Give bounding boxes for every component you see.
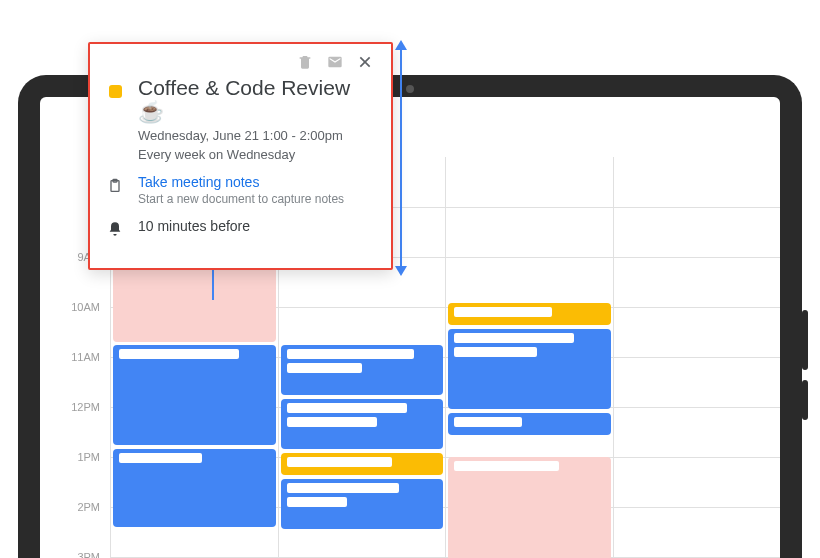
device-side-button-1	[802, 310, 808, 370]
device-side-button-2	[802, 380, 808, 420]
take-notes-link[interactable]: Take meeting notes	[138, 174, 344, 190]
calendar-event[interactable]	[281, 479, 444, 529]
popup-notes-row: Take meeting notes Start a new document …	[106, 174, 375, 206]
calendar-event[interactable]	[448, 457, 611, 558]
popup-action-bar	[106, 54, 375, 76]
calendar-event[interactable]	[113, 345, 276, 445]
event-title: Coffee & Code Review ☕	[138, 76, 375, 124]
calendar-event[interactable]	[448, 413, 611, 435]
popup-reminder-row: 10 minutes before	[106, 218, 375, 237]
event-recurrence: Every week on Wednesday	[138, 147, 375, 162]
time-label-10am: 10AM	[60, 301, 100, 313]
take-notes-sub: Start a new document to capture notes	[138, 192, 344, 206]
delete-icon[interactable]	[297, 54, 313, 70]
calendar-event[interactable]	[281, 399, 444, 449]
close-icon[interactable]	[357, 54, 373, 70]
event-datetime: Wednesday, June 21 1:00 - 2:00pm	[138, 128, 375, 143]
callout-line	[212, 270, 214, 300]
popup-title-row: Coffee & Code Review ☕ Wednesday, June 2…	[106, 76, 375, 162]
calendar-event[interactable]	[113, 449, 276, 527]
reminder-text: 10 minutes before	[138, 218, 250, 234]
day-column-3[interactable]	[445, 157, 613, 558]
event-detail-popup: Coffee & Code Review ☕ Wednesday, June 2…	[88, 42, 393, 270]
time-label-1pm: 1PM	[60, 451, 100, 463]
calendar-event[interactable]	[448, 329, 611, 409]
time-label-2pm: 2PM	[60, 501, 100, 513]
time-label-11am: 11AM	[60, 351, 100, 363]
email-icon[interactable]	[327, 54, 343, 70]
day-column-4[interactable]	[613, 157, 781, 558]
calendar-event[interactable]	[281, 453, 444, 475]
bell-icon	[107, 221, 123, 237]
event-color-chip	[109, 85, 122, 98]
time-label-12pm: 12PM	[60, 401, 100, 413]
resize-indicator-arrow	[400, 48, 402, 268]
time-label-3pm: 3PM	[60, 551, 100, 558]
clipboard-icon	[107, 177, 123, 195]
tablet-camera	[406, 85, 414, 93]
calendar-event[interactable]	[448, 303, 611, 325]
calendar-event[interactable]	[281, 345, 444, 395]
